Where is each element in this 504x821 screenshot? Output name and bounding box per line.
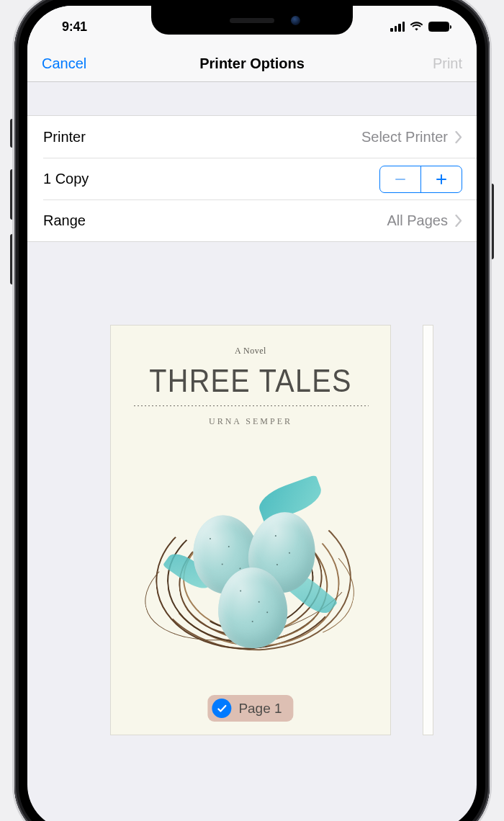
chevron-right-icon: [455, 215, 462, 227]
preview-area[interactable]: A Novel THREE TALES URNA SEMPER: [27, 242, 477, 735]
increment-button[interactable]: [421, 166, 462, 192]
print-button: Print: [433, 55, 462, 72]
copies-label: 1 Copy: [43, 171, 89, 187]
printer-label: Printer: [43, 129, 86, 145]
chevron-right-icon: [455, 131, 462, 143]
page-thumbnail[interactable]: A Novel THREE TALES URNA SEMPER: [110, 325, 391, 735]
svg-rect-0: [395, 179, 405, 180]
checkmark-icon: [212, 699, 231, 718]
page-label: Page 1: [238, 701, 282, 717]
page-thumbnail-next[interactable]: [423, 325, 433, 735]
nest-illustration: [143, 449, 359, 672]
range-value: All Pages: [387, 212, 449, 229]
range-label: Range: [43, 212, 86, 229]
copies-stepper: [379, 166, 462, 193]
status-indicators: [390, 22, 449, 32]
book-author: URNA SEMPER: [111, 416, 390, 427]
decrement-button[interactable]: [380, 166, 420, 192]
book-title: THREE TALES: [147, 362, 355, 400]
printer-value: Select Printer: [361, 129, 448, 145]
book-subtitle: A Novel: [111, 346, 390, 356]
page-title: Printer Options: [27, 55, 477, 72]
copies-row: 1 Copy: [43, 158, 477, 199]
divider: [132, 405, 369, 406]
wifi-icon: [410, 22, 423, 32]
cancel-button[interactable]: Cancel: [42, 55, 86, 72]
options-list: Printer Select Printer 1 Copy: [27, 115, 477, 242]
page-selected-badge[interactable]: Page 1: [207, 695, 293, 722]
device-notch: [151, 6, 353, 35]
range-row[interactable]: Range All Pages: [43, 199, 477, 241]
status-time: 9:41: [62, 19, 87, 35]
cellular-icon: [390, 22, 405, 32]
plus-icon: [435, 173, 448, 186]
printer-row[interactable]: Printer Select Printer: [27, 116, 477, 158]
battery-icon: [428, 22, 449, 32]
svg-rect-2: [441, 174, 442, 184]
minus-icon: [394, 173, 407, 186]
